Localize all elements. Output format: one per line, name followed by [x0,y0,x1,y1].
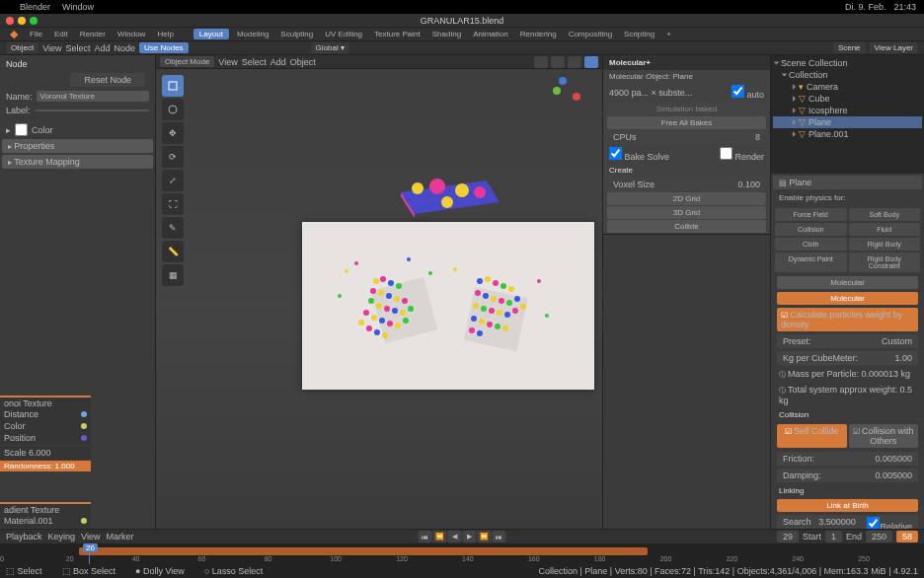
zoom-window-icon[interactable] [30,17,38,25]
reset-node-button[interactable]: Reset Node [70,73,145,87]
use-nodes-toggle[interactable]: Use Nodes [139,42,189,53]
tool-cursor[interactable] [162,99,184,120]
grid-2d-button[interactable]: 2D Grid [607,192,766,205]
link-at-birth-button[interactable]: Link at Birth [777,499,918,512]
phys-cloth[interactable]: Cloth [775,238,847,251]
texture-mapping-expand[interactable]: ▸ Texture Mapping [2,155,153,169]
phys-rigid-constraint[interactable]: Rigid Body Constraint [849,253,921,272]
mac-menu-window[interactable]: Window [62,2,94,12]
node-gradient[interactable]: adient Texture Material.001 [0,502,91,528]
shade-wire[interactable] [534,56,548,68]
hdr-select[interactable]: Select [65,43,90,53]
shade-rendered[interactable] [584,56,598,68]
vp-view[interactable]: View [218,57,237,67]
jump-start-button[interactable]: ⏮ [419,531,432,542]
tl-playback[interactable]: Playback [6,532,42,542]
tl-keying[interactable]: Keying [48,532,76,542]
self-collide-button[interactable]: ☑ Self Collide [777,424,847,448]
tab-texture-paint[interactable]: Texture Paint [370,30,424,38]
phys-collision[interactable]: Collision [775,223,847,236]
damping-value[interactable]: 0.005000 [875,470,912,480]
tool-scale[interactable]: ⤢ [162,170,184,191]
hdr-node[interactable]: Node [115,43,136,53]
vp-add[interactable]: Add [270,57,286,67]
shade-solid[interactable] [551,56,565,68]
cache-frames[interactable]: 58 [896,531,918,542]
menu-edit[interactable]: Edit [50,30,72,38]
voxel-value[interactable]: 0.100 [737,180,760,189]
calc-density-button[interactable]: ☑ Calculate particles weight by density [777,308,918,331]
tl-view[interactable]: View [81,532,100,542]
color-expand[interactable]: ▸ [6,125,11,135]
end-frame[interactable]: 250 [866,531,892,542]
free-bakes-button[interactable]: Free All Bakes [607,116,766,129]
shade-matprev[interactable] [568,56,581,68]
tab-shading[interactable]: Shading [428,30,465,38]
molecular-section[interactable]: Molecular [777,276,918,289]
properties-expand[interactable]: ▸ Properties [2,139,153,153]
phys-soft-body[interactable]: Soft Body [849,208,921,221]
linking-section[interactable]: Linking [773,484,922,497]
kg-value[interactable]: 1.00 [894,353,912,363]
menu-window[interactable]: Window [114,30,149,38]
tool-measure[interactable]: 📏 [162,241,184,262]
tool-annotate[interactable]: ✎ [162,217,184,239]
name-field[interactable]: Voronoi Texture [37,91,149,102]
tab-rendering[interactable]: Rendering [516,30,561,38]
phys-rigid-body[interactable]: Rigid Body [849,238,921,251]
friction-value[interactable]: 0.005000 [875,454,912,464]
tool-move[interactable]: ✥ [162,122,184,144]
nav-gizmo[interactable] [543,77,582,116]
tab-layout[interactable]: Layout [193,29,229,39]
outliner[interactable]: Scene Collection Collection ▾Camera ▽Cub… [771,55,924,174]
global-orientation[interactable]: Global ▾ [311,42,349,53]
tab-add[interactable]: + [662,30,675,38]
preset-value[interactable]: Custom [882,336,912,346]
tool-rotate[interactable]: ⟳ [162,146,184,168]
node-randomness[interactable]: Randomness: 1.000 [0,461,91,471]
minimize-window-icon[interactable] [18,17,26,25]
start-frame[interactable]: 1 [825,531,842,542]
color-checkbox[interactable] [15,123,28,136]
out-camera[interactable]: Camera [807,82,838,92]
vp-object[interactable]: Object [290,57,316,67]
node-voronoi[interactable]: onoi Texture Distance Color Position [0,396,91,445]
scene-dropdown[interactable]: Scene [833,42,866,53]
bake-solve-checkbox[interactable] [609,147,622,160]
other-collide-button[interactable]: ☑ Collision with Others [849,424,919,448]
timeline-track[interactable]: 26 020406080100120140160180200220240250 [0,543,924,565]
jump-end-button[interactable]: ⏭ [493,531,506,542]
collide-button[interactable]: Collide [607,220,766,233]
phys-fluid[interactable]: Fluid [849,223,921,236]
mode-object[interactable]: Object [6,42,38,53]
menu-file[interactable]: File [26,30,46,38]
auto-checkbox[interactable] [732,85,744,98]
play-reverse-button[interactable]: ◀ [448,531,462,542]
hdr-add[interactable]: Add [95,43,111,53]
keyframe-next-button[interactable]: ⏩ [478,531,492,542]
collision-section[interactable]: Collision [773,408,922,421]
tab-animation[interactable]: Animation [469,30,512,38]
tool-transform[interactable]: ⛶ [162,193,184,215]
render-checkbox[interactable] [720,147,732,160]
tab-modeling[interactable]: Modeling [233,30,272,38]
tool-select-box[interactable] [162,75,184,97]
tab-scripting[interactable]: Scripting [620,30,658,38]
viewport-3d[interactable]: ✥ ⟳ ⤢ ⛶ ✎ 📏 ▦ [156,69,602,542]
tab-uv-editing[interactable]: UV Editing [321,30,366,38]
out-scene[interactable]: Scene Collection [781,58,848,68]
vp-mode[interactable]: Object Mode [160,56,214,67]
play-button[interactable]: ▶ [463,531,477,542]
keyframe-prev-button[interactable]: ⏪ [433,531,447,542]
vp-select[interactable]: Select [242,57,267,67]
current-frame[interactable]: 29 [777,531,799,542]
molecular-panel-title[interactable]: Molecular+ [603,55,770,70]
mac-app-name[interactable]: Blender [20,2,50,12]
out-plane001[interactable]: Plane.001 [808,129,849,139]
cpus-value[interactable]: 8 [755,132,760,142]
tl-marker[interactable]: Marker [106,532,133,542]
out-cube[interactable]: Cube [808,94,830,104]
view-layer-dropdown[interactable]: View Layer [870,42,918,53]
label-field[interactable] [35,109,149,111]
molecular-active[interactable]: Molecular [777,292,918,305]
